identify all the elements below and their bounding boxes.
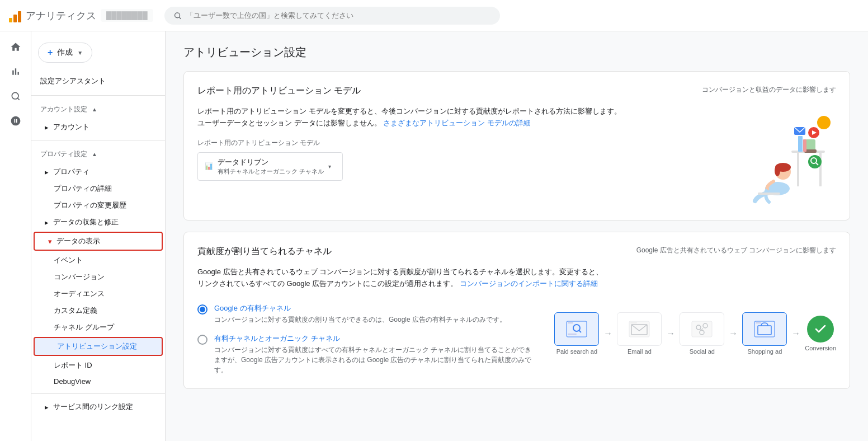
- arrow-icon-1: →: [603, 329, 612, 339]
- sidebar-item-data-collection[interactable]: ▸ データの収集と修正: [31, 214, 165, 231]
- sidebar-item-property-history[interactable]: プロパティの変更履歴: [31, 197, 165, 214]
- radio-option-all[interactable]: 有料チャネルとオーガニック チャネル コンバージョンに対する貢献度はすべての有料…: [197, 334, 536, 375]
- reports-icon[interactable]: [4, 60, 27, 83]
- paid-search-box: [554, 312, 599, 346]
- section2-desc: Google 広告と共有されているウェブ コンバージョンに対する貢献度が割り当て…: [197, 266, 836, 290]
- setup-label: 設定アシアスタント: [40, 76, 106, 86]
- svg-line-3: [17, 98, 19, 100]
- conversion-label: コンバージョン: [54, 272, 105, 282]
- app-title: アナリティクス: [26, 9, 96, 22]
- attribution-model-card: レポート用のアトリビューション モデル コンバージョンと収益のデータに影響します…: [183, 71, 850, 221]
- home-icon[interactable]: [4, 36, 27, 58]
- bullet-icon: ▸: [45, 123, 49, 132]
- radio-option-paid[interactable]: Google の有料チャネル コンバージョンに対する貢献度の割り当てができるのは…: [197, 303, 536, 325]
- svg-line-1: [179, 17, 181, 18]
- conversion-circle: [807, 316, 834, 343]
- sidebar-item-service-link[interactable]: ▸ サービス間のリンク設定: [31, 398, 165, 415]
- section2-desc2: リンクされているすべての Google 広告アカウントにこの設定が適用されます。: [197, 279, 457, 288]
- section2-link[interactable]: コンバージョンのインポートに関する詳細: [460, 279, 598, 288]
- model-name: データドリブン: [218, 157, 324, 167]
- svg-point-21: [775, 165, 780, 176]
- radio-btn-all[interactable]: [197, 335, 207, 345]
- property-settings-label: プロパティ設定: [40, 149, 87, 159]
- option1-desc: コンバージョンに対する貢献度の割り当てができるのは、Google 広告の有料チャ…: [214, 315, 506, 325]
- audience-label: オーディエンス: [54, 289, 105, 299]
- option1-title: Google の有料チャネル: [214, 303, 506, 313]
- explore-icon[interactable]: [4, 85, 27, 107]
- chevron-up-icon: ▲: [92, 106, 97, 112]
- data-display-label: データの表示: [56, 236, 100, 246]
- conversion-label: Conversion: [805, 345, 836, 351]
- channel-group-label: チャネル グループ: [54, 322, 114, 332]
- channel-radio-group: Google の有料チャネル コンバージョンに対する貢献度の割り当てができるのは…: [197, 303, 536, 375]
- svg-point-0: [174, 12, 180, 17]
- social-label: Social ad: [690, 348, 715, 355]
- svg-rect-26: [568, 334, 577, 335]
- shopping-box: [742, 312, 787, 346]
- topbar: アナリティクス ████████: [0, 0, 868, 31]
- sidebar-item-conversion[interactable]: コンバージョン: [31, 269, 165, 285]
- option2-title: 有料チャネルとオーガニック チャネル: [214, 334, 536, 344]
- bar-chart-icon: 📊: [205, 162, 213, 170]
- svg-point-11: [817, 116, 831, 129]
- chevron-down-icon: ▾: [328, 163, 331, 170]
- arrow-icon-4: →: [791, 329, 800, 339]
- illustration: [724, 106, 836, 207]
- svg-rect-30: [630, 322, 637, 323]
- sidebar-item-report-id[interactable]: レポート ID: [31, 357, 165, 374]
- nav-rail: [0, 31, 31, 441]
- svg-point-15: [808, 155, 822, 168]
- debug-label: DebugView: [54, 377, 91, 386]
- bullet-icon-5: ▸: [45, 403, 49, 411]
- create-button[interactable]: + 作成 ▼: [38, 43, 92, 63]
- channel-attribution-card: 貢献度が割り当てられるチャネル Google 広告と共有されているウェブ コンバ…: [183, 232, 850, 389]
- sidebar-item-debug[interactable]: DebugView: [31, 374, 165, 389]
- page-title: アトリビューション設定: [183, 45, 850, 60]
- section2-desc1: Google 広告と共有されているウェブ コンバージョンに対する貢献度が割り当て…: [197, 268, 603, 276]
- arrow-icon-3: →: [729, 329, 738, 339]
- sidebar-item-attribution[interactable]: アトリビューション設定: [34, 337, 163, 356]
- sidebar-item-setup[interactable]: 設定アシアスタント: [31, 72, 165, 91]
- custom-label: カスタム定義: [54, 306, 97, 316]
- arrow-icon-2: →: [666, 329, 675, 339]
- section1-title: レポート用のアトリビューション モデル: [197, 85, 361, 97]
- sidebar-item-account[interactable]: ▸ アカウント: [31, 119, 165, 135]
- svg-rect-9: [798, 136, 803, 152]
- sidebar-section-account: アカウント設定 ▲: [31, 100, 165, 119]
- sidebar-item-audience[interactable]: オーディエンス: [31, 285, 165, 302]
- sidebar-item-channel-group[interactable]: チャネル グループ: [31, 319, 165, 336]
- sidebar-item-property[interactable]: ▸ プロパティ: [31, 163, 165, 180]
- section2-subtitle: Google 広告と共有されているウェブ コンバージョンに影響します: [636, 246, 836, 255]
- advertising-icon[interactable]: [4, 110, 27, 132]
- account-name: ████████: [101, 9, 153, 22]
- email-label: Email ad: [628, 348, 652, 355]
- sidebar-item-property-detail[interactable]: プロパティの詳細: [31, 180, 165, 197]
- google-analytics-logo: [9, 9, 21, 22]
- sidebar-section-property: プロパティ設定 ▲: [31, 145, 165, 163]
- email-box: [617, 312, 662, 346]
- event-label: イベント: [54, 255, 83, 265]
- section2-title: 貢献度が割り当てられるチャネル: [197, 246, 332, 257]
- sidebar-item-custom[interactable]: カスタム定義: [31, 302, 165, 319]
- social-box: [680, 312, 724, 346]
- bullet-icon-2: ▸: [45, 168, 49, 176]
- search-bar[interactable]: [164, 7, 500, 25]
- account-settings-label: アカウント設定: [40, 105, 87, 114]
- radio-btn-paid[interactable]: [197, 304, 207, 315]
- create-label: 作成: [57, 48, 73, 58]
- model-dropdown[interactable]: 📊 データドリブン 有料チャネルとオーガニック チャネル ▾: [197, 152, 343, 181]
- search-icon: [173, 11, 182, 20]
- svg-rect-5: [797, 153, 799, 186]
- section1-link[interactable]: さまざまなアトリビューション モデルの詳細: [383, 119, 531, 127]
- sidebar-item-data-display[interactable]: ▾ データの表示: [34, 232, 163, 251]
- svg-rect-22: [758, 193, 780, 195]
- attribution-label: アトリビューション設定: [57, 341, 137, 351]
- sidebar-item-event[interactable]: イベント: [31, 252, 165, 269]
- property-history-label: プロパティの変更履歴: [54, 200, 126, 210]
- service-link-label: サービス間のリンク設定: [53, 402, 133, 412]
- plus-icon: +: [48, 48, 53, 58]
- search-input[interactable]: [186, 11, 491, 20]
- property-label: プロパティ: [53, 167, 89, 177]
- channel-diagram: Paid search ad →: [554, 312, 836, 355]
- section1-desc2: ユーザーデータとセッション データには影響しません。: [197, 119, 381, 127]
